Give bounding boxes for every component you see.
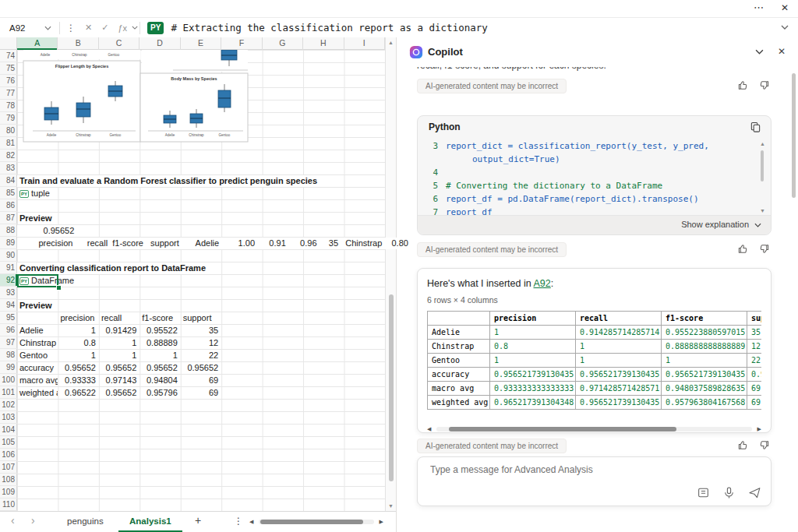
cell-A96[interactable]: Adelie [17,325,58,336]
formula-menu-icon[interactable]: ⋮ [66,23,76,33]
row-header-87[interactable]: 87 [0,212,17,224]
boxplot-chart-body-mass[interactable]: Body Mass by Species Adelie Chinstrap Ge… [140,73,248,142]
sheet-tab-analysis1[interactable]: Analysis1 [118,512,182,532]
formula-input[interactable]: # Extracting the classification report a… [171,22,487,33]
cell-A85[interactable]: PYtuple [17,188,58,199]
show-explanation-label[interactable]: Show explanation [681,216,749,234]
cell-A91[interactable]: Converting classification report to Data… [17,262,208,274]
fill-handle[interactable] [56,285,62,291]
row-header-102[interactable]: 102 [0,399,17,411]
cell-D99[interactable]: 0.95652 [139,362,180,374]
window-more-icon[interactable]: ⋯ [754,2,764,13]
chevron-down-icon[interactable] [132,26,138,30]
add-sheet-button[interactable]: + [195,514,201,527]
scroll-down-icon[interactable]: ▼ [388,503,394,509]
row-header-105[interactable]: 105 [0,436,17,449]
cell-E99[interactable]: 0.95652 [181,362,221,374]
expand-formula-bar-icon[interactable] [781,25,789,30]
cell-B95[interactable]: precision [58,312,98,324]
show-explanation-bar[interactable]: Show explanation [418,215,771,234]
cell-C101[interactable]: 0.95652 [99,387,139,399]
row-header-74[interactable]: 74 [0,50,17,62]
row-header-81[interactable]: 81 [0,137,17,150]
code-lines[interactable]: 3report_dict = classification_report(y_t… [427,139,750,219]
grid-vertical-scrollbar[interactable]: ▲ ▼ [385,37,396,511]
cell-D96[interactable]: 0.95522 [139,325,180,336]
cell-A89[interactable]: precision recall f1-score support Adelie… [17,238,411,249]
row-header-91[interactable]: 91 [0,262,17,274]
row-header-78[interactable]: 78 [0,100,17,112]
cell-C97[interactable]: 1 [99,337,139,349]
panel-scrollbar[interactable] [792,73,796,198]
window-close-icon[interactable]: ✕ [781,2,789,13]
confirm-entry-icon[interactable]: ✓ [101,23,108,33]
select-all-corner[interactable] [0,37,17,50]
boxplot-fragment-left[interactable]: Adelie Chinstrap Gentoo [23,50,140,59]
cell-B100[interactable]: 0.93333 [58,375,98,386]
row-header-75[interactable]: 75 [0,62,17,75]
prompt-guide-icon[interactable] [697,486,710,499]
cell-A92[interactable]: PYDataFrame [17,275,76,287]
boxplot-fragment-top[interactable] [142,50,248,72]
cell-D98[interactable]: 1 [139,350,180,361]
row-header-103[interactable]: 103 [0,411,17,424]
thumbs-down-icon[interactable] [758,243,770,255]
table-scroll-area[interactable]: precisionrecallf1-scoresupport Adelie10.… [427,311,761,421]
column-header-H[interactable]: H [303,37,344,50]
column-header-E[interactable]: E [181,37,221,50]
row-header-80[interactable]: 80 [0,125,17,137]
sheet-tab-penguins[interactable]: penguins [56,512,115,532]
cell-B101[interactable]: 0.96522 [58,387,98,399]
column-header-C[interactable]: C [99,37,139,50]
column-header-B[interactable]: B [58,37,98,50]
cell-B98[interactable]: 1 [58,350,98,361]
boxplot-chart-flipper-length[interactable]: Flipper Length by Species Adelie Chinstr… [23,61,140,142]
cell-A88[interactable]: 0.95652 [17,225,76,237]
row-header-109[interactable]: 109 [0,486,17,499]
cell-A99[interactable]: accuracy [17,362,58,374]
row-header-89[interactable]: 89 [0,237,17,249]
cell-D97[interactable]: 0.88889 [139,337,180,349]
table-horizontal-scrollbar[interactable]: ◀ ▶ [427,425,761,433]
cell-A87[interactable]: Preview [17,213,58,224]
column-header-I[interactable]: I [344,37,385,50]
cells-layer[interactable]: Adelie Chinstrap Gentoo Flipper Length b… [17,50,385,511]
row-header-83[interactable]: 83 [0,162,17,174]
cell-E100[interactable]: 69 [181,375,221,386]
cell-D95[interactable]: f1-score [139,312,180,324]
thumbs-up-icon[interactable] [737,79,749,91]
cell-C99[interactable]: 0.95652 [99,362,139,374]
row-header-94[interactable]: 94 [0,299,17,312]
row-header-110[interactable]: 110 [0,499,17,511]
cell-A100[interactable]: macro avg [17,375,58,386]
row-header-107[interactable]: 107 [0,461,17,474]
microphone-icon[interactable] [722,486,736,499]
cell-B99[interactable]: 0.95652 [58,362,98,374]
cell-B97[interactable]: 0.8 [58,337,98,349]
cell-C98[interactable]: 1 [99,350,139,361]
column-header-F[interactable]: F [221,37,262,50]
column-header-G[interactable]: G [263,37,303,50]
row-header-84[interactable]: 84 [0,174,17,187]
sheet-list-menu-icon[interactable]: ⋮ [234,516,243,527]
column-header-D[interactable]: D [139,37,180,50]
next-sheet-icon[interactable]: › [31,514,35,527]
scroll-down-icon[interactable]: ▼ [760,208,765,213]
insert-function-icon[interactable]: ƒx [118,23,127,33]
row-header-108[interactable]: 108 [0,474,17,486]
row-header-101[interactable]: 101 [0,386,17,399]
prev-sheet-icon[interactable]: ‹ [11,514,15,527]
row-header-106[interactable]: 106 [0,449,17,461]
row-header-96[interactable]: 96 [0,324,17,336]
cell-E98[interactable]: 22 [181,350,221,361]
scroll-up-icon[interactable]: ▲ [760,141,765,146]
row-header-99[interactable]: 99 [0,361,17,374]
thumbs-down-icon[interactable] [758,439,770,451]
row-header-88[interactable]: 88 [0,224,17,237]
cell-C100[interactable]: 0.97143 [99,375,139,386]
panel-close-icon[interactable]: ✕ [778,46,786,57]
row-header-100[interactable]: 100 [0,374,17,386]
thumbs-up-icon[interactable] [737,439,749,451]
row-header-92[interactable]: 92 [0,274,17,287]
panel-chevron-down-icon[interactable] [755,49,764,55]
